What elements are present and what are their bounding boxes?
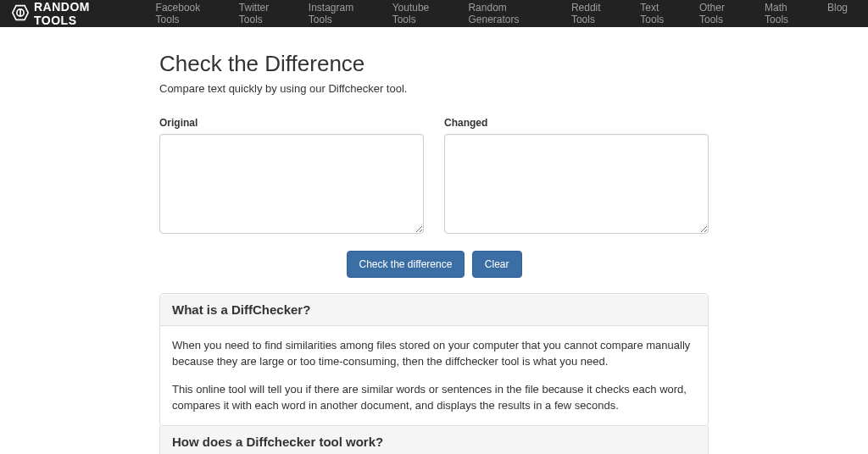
nav-links: Facebook Tools Twitter Tools Instagram T…: [147, 2, 856, 25]
original-textarea[interactable]: [159, 134, 424, 234]
panel-body: When you need to find similarities among…: [160, 326, 708, 425]
clear-button[interactable]: Clear: [472, 251, 522, 278]
brand-link[interactable]: RANDOM TOOLS: [12, 0, 131, 27]
main-container: Check the Difference Compare text quickl…: [159, 27, 709, 454]
logo-icon: [12, 4, 34, 24]
original-column: Original: [159, 117, 424, 237]
panel-paragraph: When you need to find similarities among…: [172, 338, 696, 370]
nav-text-tools[interactable]: Text Tools: [632, 2, 691, 25]
page-title: Check the Difference: [159, 51, 709, 77]
original-label: Original: [159, 117, 424, 129]
changed-column: Changed: [444, 117, 709, 237]
nav-reddit-tools[interactable]: Reddit Tools: [563, 2, 632, 25]
panel-heading: How does a Diffchecker tool work?: [160, 426, 708, 454]
nav-instagram-tools[interactable]: Instagram Tools: [300, 2, 384, 25]
panel-how-works: How does a Diffchecker tool work? To com…: [159, 426, 709, 454]
check-difference-button[interactable]: Check the difference: [347, 251, 465, 278]
nav-twitter-tools[interactable]: Twitter Tools: [231, 2, 300, 25]
panel-what-is: What is a DiffChecker? When you need to …: [159, 293, 709, 426]
nav-facebook-tools[interactable]: Facebook Tools: [147, 2, 231, 25]
brand-text: RANDOM TOOLS: [34, 0, 131, 27]
nav-youtube-tools[interactable]: Youtube Tools: [384, 2, 460, 25]
nav-blog[interactable]: Blog: [819, 2, 856, 25]
panel-paragraph: This online tool will tell you if there …: [172, 382, 696, 414]
compare-fields: Original Changed: [159, 117, 709, 237]
changed-textarea[interactable]: [444, 134, 709, 234]
page-subtitle: Compare text quickly by using our Diffch…: [159, 82, 709, 95]
navbar: RANDOM TOOLS Facebook Tools Twitter Tool…: [0, 0, 868, 27]
nav-random-generators[interactable]: Random Generators: [459, 2, 562, 25]
changed-label: Changed: [444, 117, 709, 129]
nav-math-tools[interactable]: Math Tools: [756, 2, 819, 25]
nav-other-tools[interactable]: Other Tools: [691, 2, 756, 25]
panel-heading: What is a DiffChecker?: [160, 294, 708, 326]
action-buttons: Check the difference Clear: [159, 251, 709, 278]
